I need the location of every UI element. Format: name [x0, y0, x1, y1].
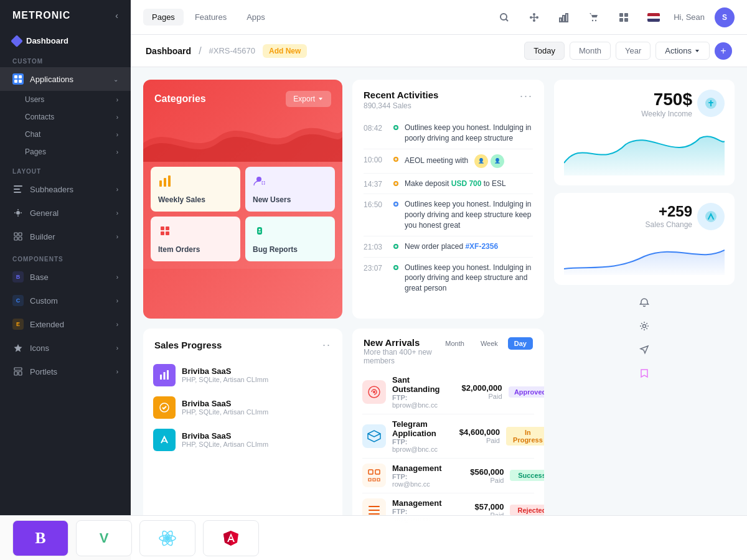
sidebar-item-extended[interactable]: E Extended ›: [0, 312, 131, 336]
activity-time-6: 23:07: [364, 263, 387, 273]
search-icon[interactable]: [494, 7, 514, 27]
sidebar-item-chat[interactable]: Chat ›: [0, 126, 131, 143]
period-year-button[interactable]: Year: [616, 42, 651, 60]
activity-text-2: AEOL meeting with 👤 👤: [405, 154, 533, 168]
dashboard-nav-item[interactable]: Dashboard: [0, 31, 131, 50]
sidebar-item-applications[interactable]: Applications ⌄: [0, 67, 131, 91]
sidebar-item-icons[interactable]: Icons ›: [0, 336, 131, 360]
subheader: Dashboard / #XRS-45670 Add New Today Mon…: [131, 35, 747, 67]
tab-apps[interactable]: Apps: [238, 9, 274, 26]
svg-rect-33: [159, 180, 162, 187]
arrival-icon-3: [362, 464, 386, 487]
arrival-status-1: Approved: [509, 386, 544, 398]
bookmark-icon[interactable]: [634, 363, 654, 383]
logo-angular[interactable]: [203, 520, 259, 556]
extended-icon: E: [12, 319, 24, 330]
base-label: Base: [30, 273, 49, 282]
sidebar-item-portlets[interactable]: Portlets ›: [0, 360, 131, 383]
activity-time-4: 16:50: [364, 199, 387, 209]
arrivals-tab-day[interactable]: Day: [508, 337, 533, 350]
sidebar-collapse-icon[interactable]: ‹: [115, 11, 118, 21]
bug-reports-icon: [253, 224, 327, 240]
tab-pages[interactable]: Pages: [143, 9, 184, 26]
contacts-chevron: ›: [116, 114, 118, 121]
cat-tile-item-orders[interactable]: Item Orders: [151, 217, 240, 261]
grid-icon[interactable]: [614, 7, 634, 27]
svg-rect-57: [369, 470, 373, 474]
svg-rect-40: [161, 226, 164, 230]
user-avatar[interactable]: S: [715, 7, 735, 27]
activity-text-6: Outlines keep you honest. Indulging in p…: [405, 263, 533, 294]
svg-rect-25: [563, 16, 565, 22]
new-users-icon: [253, 174, 327, 190]
icons-chevron: ›: [116, 345, 118, 352]
arrival-amount-2: $4,600,000 Paid: [444, 427, 500, 444]
sidebar-item-custom[interactable]: C Custom ›: [0, 289, 131, 312]
activity-item: 10:00 AEOL meeting with 👤 👤: [364, 149, 533, 174]
arrivals-tab-week[interactable]: Week: [474, 337, 504, 350]
svg-point-59: [165, 536, 170, 541]
users-chevron: ›: [116, 96, 118, 103]
applications-chevron: ⌄: [113, 76, 118, 83]
flag-icon[interactable]: [644, 7, 664, 27]
cat-tile-weekly-sales[interactable]: Weekly Sales: [151, 167, 240, 212]
logo-bootstrap[interactable]: B: [12, 520, 68, 556]
activity-text-1: Outlines keep you honest. Indulging in p…: [405, 123, 533, 144]
arrival-name-4: Management: [392, 498, 441, 508]
new-users-label: New Users: [253, 195, 327, 204]
activity-dot-1: [393, 125, 398, 130]
period-today-button[interactable]: Today: [524, 42, 565, 60]
export-button[interactable]: Export: [286, 91, 331, 107]
custom-icon: C: [12, 295, 24, 306]
builder-icon: [12, 231, 24, 242]
activity-text-5: New order placed #XF-2356: [405, 241, 533, 252]
logo-react[interactable]: [139, 520, 195, 556]
avatar-1: 👤: [474, 154, 488, 168]
sales-progress-menu[interactable]: ··: [322, 338, 331, 352]
svg-point-56: [373, 391, 375, 393]
subheaders-icon: [12, 184, 24, 195]
svg-rect-41: [166, 226, 169, 230]
users-label: Users: [25, 95, 44, 104]
activity-item: 23:07 Outlines keep you honest. Indulgin…: [364, 258, 533, 299]
sidebar-item-users[interactable]: Users ›: [0, 91, 131, 108]
activities-menu[interactable]: ···: [520, 90, 533, 103]
cat-tile-new-users[interactable]: New Users: [245, 167, 335, 212]
notification-icon[interactable]: [634, 292, 654, 312]
sidebar-item-base[interactable]: B Base ›: [0, 265, 131, 289]
arrival-amount-3: $560,000 Paid: [448, 467, 504, 484]
sp-info-1: Briviba SaaS PHP, SQLite, Artisan CLImm: [182, 366, 332, 383]
sidebar-item-contacts[interactable]: Contacts ›: [0, 108, 131, 126]
sidebar-item-general[interactable]: General ›: [0, 201, 131, 225]
tab-features[interactable]: Features: [186, 9, 235, 26]
base-chevron: ›: [116, 274, 118, 281]
settings-icon[interactable]: [634, 316, 654, 336]
cat-tile-bug-reports[interactable]: Bug Reports: [245, 217, 335, 261]
subheaders-chevron: ›: [116, 186, 118, 193]
activities-header: Recent Activities 890,344 Sales ···: [352, 80, 544, 115]
add-new-button[interactable]: Add New: [263, 44, 307, 58]
period-month-button[interactable]: Month: [570, 42, 611, 60]
sp-name-2: Briviba SaaS: [182, 399, 332, 408]
svg-rect-29: [619, 13, 623, 17]
arrival-ftp-3: FTP: row@bnc.cc: [392, 473, 441, 488]
actions-chevron: [694, 48, 700, 54]
chart-icon[interactable]: [554, 7, 574, 27]
sp-avatar-1: [153, 364, 176, 386]
sidebar-item-subheaders[interactable]: Subheaders ›: [0, 177, 131, 201]
connect-icon[interactable]: [524, 7, 544, 27]
svg-point-45: [259, 229, 261, 231]
activity-item: 16:50 Outlines keep you honest. Indulgin…: [364, 194, 533, 236]
sidebar-item-builder[interactable]: Builder ›: [0, 225, 131, 248]
sidebar-item-pages[interactable]: Pages ›: [0, 143, 131, 161]
send-icon[interactable]: [634, 340, 654, 360]
add-icon-button[interactable]: +: [715, 42, 732, 60]
cart-icon[interactable]: [584, 7, 604, 27]
actions-button[interactable]: Actions: [655, 42, 710, 60]
arrivals-tabs: Month Week Day: [439, 337, 533, 350]
svg-rect-24: [560, 18, 561, 22]
arrival-name-1: Sant Outstanding: [392, 375, 440, 394]
logo-vue[interactable]: V: [76, 520, 132, 556]
arrivals-tab-month[interactable]: Month: [439, 337, 471, 350]
extended-chevron: ›: [116, 321, 118, 328]
